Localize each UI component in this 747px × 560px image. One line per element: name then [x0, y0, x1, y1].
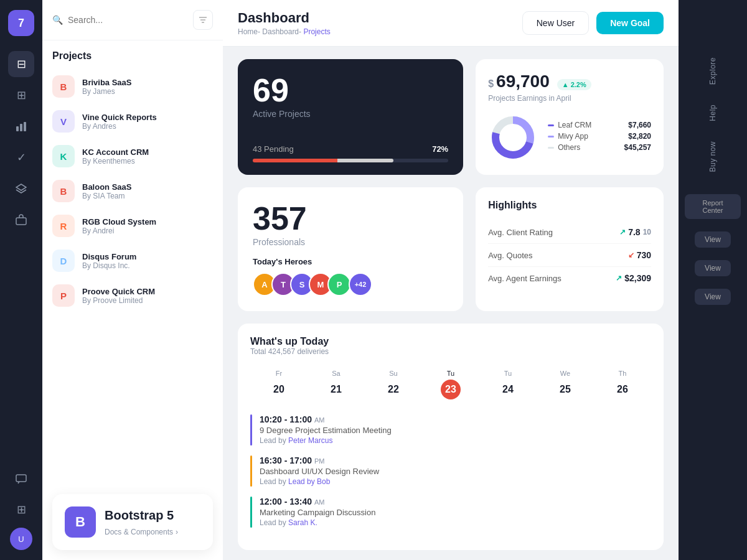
project-info: Baloon SaaS By SIA Team	[82, 182, 213, 200]
header-actions: New User New Goal	[522, 11, 664, 35]
earnings-amount: $ 69,700 ▲ 2.2%	[488, 72, 651, 91]
bottom-section: What's up Today Total 424,567 deliveries…	[238, 324, 664, 550]
event-line	[250, 497, 252, 528]
cal-day[interactable]: Su 22	[365, 365, 422, 404]
project-list-item[interactable]: P Proove Quick CRM By Proove Limited	[42, 278, 223, 313]
heroes-label: Today's Heroes	[253, 257, 448, 266]
project-by: By Disqus Inc.	[82, 261, 213, 270]
side-tab-explore[interactable]: Explore	[703, 47, 722, 95]
cal-day[interactable]: Th 26	[594, 365, 651, 404]
earnings-badge: ▲ 2.2%	[557, 79, 591, 90]
search-icon: 🔍	[52, 15, 63, 25]
bootstrap-card: B Bootstrap 5 Docs & Components ›	[52, 494, 213, 550]
event-content: 16:30 - 17:00 PM Dashboard UI/UX Design …	[260, 455, 651, 486]
project-by: By SIA Team	[82, 192, 213, 200]
project-name: Proove Quick CRM	[82, 287, 213, 296]
cal-day[interactable]: Sa 21	[308, 365, 365, 404]
event-time: 12:00 - 13:40 AM	[260, 497, 651, 506]
calendar-card: What's up Today Total 424,567 deliveries…	[238, 324, 664, 550]
professionals-label: Professionals	[253, 237, 448, 247]
cal-day[interactable]: Fr 20	[250, 365, 308, 404]
project-icon: R	[52, 215, 75, 237]
event-content: 10:20 - 11:00 AM 9 Degree Project Estima…	[260, 414, 651, 445]
header-left: Dashboard Home- Dashboard- Projects	[238, 10, 331, 36]
legend-item: Leaf CRM	[548, 121, 591, 129]
view-button-1[interactable]: View	[695, 231, 731, 248]
project-by: By Keenthemes	[82, 157, 213, 166]
new-goal-button[interactable]: New Goal	[596, 12, 664, 34]
bootstrap-icon: B	[65, 506, 96, 538]
view-button-3[interactable]: View	[695, 289, 731, 305]
sidebar-item-layers[interactable]	[8, 175, 34, 202]
project-list-item[interactable]: B Baloon SaaS By SIA Team	[42, 174, 223, 208]
sidebar-item-grid2[interactable]: ⊞	[8, 497, 34, 523]
project-list-item[interactable]: B Briviba SaaS By James	[42, 69, 223, 104]
search-input[interactable]	[68, 15, 188, 25]
user-avatar[interactable]: U	[10, 528, 32, 550]
project-list-item[interactable]: V Vine Quick Reports By Andres	[42, 104, 223, 139]
project-icon: P	[52, 284, 75, 307]
app-version-badge[interactable]: 7	[8, 10, 34, 36]
sidebar-item-messages[interactable]	[8, 465, 34, 492]
view-button-2[interactable]: View	[695, 260, 731, 276]
professionals-card: 357 Professionals Today's Heroes A T S M…	[238, 187, 463, 311]
right-side-panel: Explore Help Buy now Report Center View …	[679, 0, 747, 560]
project-list-item[interactable]: R RGB Cloud System By Andrei	[42, 208, 223, 243]
event-content: 12:00 - 13:40 AM Marketing Campaign Disc…	[260, 497, 651, 527]
legend-items: Leaf CRM Mivy App Others	[548, 121, 591, 152]
calendar-days: Fr 20 Sa 21 Su 22 Tu 23	[250, 365, 651, 404]
active-projects-label: Active Projects	[253, 109, 448, 119]
sidebar-item-dashboard[interactable]: ⊟	[8, 51, 34, 77]
event-lead-link[interactable]: Peter Marcus	[288, 436, 332, 445]
cal-day[interactable]: We 25	[537, 365, 594, 404]
svg-marker-3	[16, 184, 26, 190]
project-icon: K	[52, 145, 75, 167]
project-info: KC Account CRM By Keenthemes	[82, 147, 213, 166]
dashboard-body: 69 Active Projects 43 Pending 72% $ 69,7…	[223, 47, 679, 560]
svg-rect-1	[20, 124, 22, 131]
project-icon: D	[52, 250, 75, 272]
legend-values: $7,660 $2,820 $45,257	[624, 121, 651, 154]
project-name: Disqus Forum	[82, 252, 213, 261]
hero-avatar: P	[327, 273, 351, 296]
project-info: Proove Quick CRM By Proove Limited	[82, 287, 213, 305]
project-info: Vine Quick Reports By Andres	[82, 113, 213, 131]
new-user-button[interactable]: New User	[522, 11, 589, 35]
docs-link[interactable]: Docs & Components ›	[105, 528, 178, 536]
event-title: Marketing Campaign Discussion	[260, 508, 651, 517]
svg-rect-5	[16, 475, 26, 482]
sidebar-item-briefcase[interactable]	[8, 207, 34, 233]
sidebar: 7 ⊟ ⊞ ✓ ⊞ U	[0, 0, 42, 560]
side-tab-help[interactable]: Help	[703, 95, 722, 131]
cal-day-active[interactable]: Tu 23	[422, 365, 479, 404]
project-list-item[interactable]: K KC Account CRM By Keenthemes	[42, 139, 223, 174]
earnings-subtitle: Projects Earnings in April	[488, 94, 651, 103]
active-projects-number: 69	[253, 74, 448, 106]
project-list-item[interactable]: D Disqus Forum By Disqus Inc.	[42, 243, 223, 278]
highlights-title: Highlights	[488, 200, 651, 211]
sidebar-item-check[interactable]: ✓	[8, 144, 34, 170]
svg-rect-0	[16, 126, 19, 131]
event-title: Dashboard UI/UX Design Review	[260, 467, 651, 476]
filter-button[interactable]	[193, 10, 213, 30]
side-tab-buy[interactable]: Buy now	[703, 131, 722, 182]
project-info: Briviba SaaS By James	[82, 78, 213, 96]
heroes-section: Today's Heroes A T S M P +42	[253, 257, 448, 296]
event-item: 16:30 - 17:00 PM Dashboard UI/UX Design …	[250, 455, 651, 487]
report-center-button[interactable]: Report Center	[685, 194, 741, 219]
highlights-card: Highlights Avg. Client Rating ↗ 7.8 10 A…	[476, 187, 664, 311]
project-icon: B	[52, 75, 75, 98]
legend-item: Others	[548, 143, 591, 152]
sidebar-item-chart[interactable]	[8, 113, 34, 139]
main-content: Dashboard Home- Dashboard- Projects New …	[223, 0, 679, 560]
active-projects-card: 69 Active Projects 43 Pending 72%	[238, 59, 463, 175]
event-item: 10:20 - 11:00 AM 9 Degree Project Estima…	[250, 414, 651, 446]
page-title: Dashboard	[238, 10, 331, 26]
sidebar-item-grid[interactable]: ⊞	[8, 82, 34, 108]
cal-day[interactable]: Tu 24	[479, 365, 537, 404]
event-lead-link[interactable]: Lead by Bob	[288, 477, 330, 486]
project-name: RGB Cloud System	[82, 217, 213, 226]
event-lead-link[interactable]: Sarah K.	[288, 518, 317, 527]
project-name: Baloon SaaS	[82, 182, 213, 192]
event-time: 16:30 - 17:00 PM	[260, 455, 651, 465]
